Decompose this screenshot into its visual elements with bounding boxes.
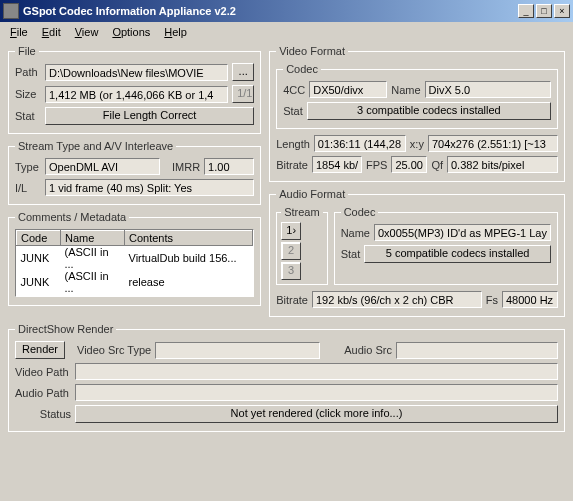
qf-value: 0.382 bits/pixel: [447, 156, 558, 173]
apath-label: Audio Path: [15, 387, 71, 399]
render-group: DirectShow Render Render Video Src Type …: [8, 323, 565, 432]
vsrc-type-value: [155, 342, 320, 359]
ratio-button: 1/1: [232, 85, 254, 103]
vstat-value[interactable]: 3 compatible codecs installed: [307, 102, 551, 120]
il-label: I/L: [15, 182, 41, 194]
stream-1-button[interactable]: 1›: [281, 222, 301, 240]
file-stat-value[interactable]: File Length Correct: [45, 107, 254, 125]
abitrate-value: 192 kb/s (96/ch x 2 ch) CBR: [312, 291, 482, 308]
audio-codec-legend: Codec: [341, 206, 379, 218]
aname-label: Name: [341, 227, 370, 239]
il-value: 1 vid frame (40 ms) Split: Yes: [45, 179, 254, 196]
video-legend: Video Format: [276, 45, 348, 57]
vname-label: Name: [391, 84, 420, 96]
close-button[interactable]: ×: [554, 4, 570, 18]
col-code[interactable]: Code: [17, 231, 61, 246]
menu-options[interactable]: Options: [106, 24, 156, 40]
astat-value[interactable]: 5 compatible codecs installed: [364, 245, 551, 263]
xy-value: 704x276 (2.551:1) [~13: [428, 135, 558, 152]
vname-value: DivX 5.0: [425, 81, 551, 98]
video-codec-legend: Codec: [283, 63, 321, 75]
render-legend: DirectShow Render: [15, 323, 116, 335]
audio-group: Audio Format Stream 1› 2 3 Codec Name: [269, 188, 565, 317]
file-legend: File: [15, 45, 39, 57]
apath-value: [75, 384, 558, 401]
stream-group: Stream Type and A/V Interleave Type Open…: [8, 140, 261, 205]
abitrate-label: Bitrate: [276, 294, 308, 306]
vbitrate-value: 1854 kb/: [312, 156, 362, 173]
comments-table[interactable]: Code Name Contents JUNK (ASCII in ... Vi…: [15, 229, 254, 297]
path-label: Path: [15, 66, 41, 78]
qf-label: Qf: [431, 159, 443, 171]
audio-stream-legend: Stream: [281, 206, 322, 218]
vpath-value: [75, 363, 558, 380]
fps-value: 25.00: [391, 156, 427, 173]
status-label: Status: [15, 408, 71, 420]
imrr-value: 1.00: [204, 158, 254, 175]
type-value: OpenDML AVI: [45, 158, 160, 175]
imrr-label: IMRR: [172, 161, 200, 173]
menu-file[interactable]: File: [4, 24, 34, 40]
fs-value: 48000 Hz: [502, 291, 558, 308]
menubar: File Edit View Options Help: [0, 22, 573, 41]
vbitrate-label: Bitrate: [276, 159, 308, 171]
size-value: 1,412 MB (or 1,446,066 KB or 1,4: [45, 86, 228, 103]
stream-2-button: 2: [281, 242, 301, 260]
col-name[interactable]: Name: [61, 231, 125, 246]
fourcc-label: 4CC: [283, 84, 305, 96]
video-group: Video Format Codec 4CC DX50/divx Name Di…: [269, 45, 565, 182]
audio-stream-group: Stream 1› 2 3: [276, 206, 327, 285]
render-button[interactable]: Render: [15, 341, 65, 359]
type-label: Type: [15, 161, 41, 173]
asrc-label: Audio Src: [344, 344, 392, 356]
length-value: 01:36:11 (144,28: [314, 135, 406, 152]
file-group: File Path D:\Downloads\New files\MOVIE .…: [8, 45, 261, 134]
app-icon: [3, 3, 19, 19]
length-label: Length: [276, 138, 310, 150]
aname-value: 0x0055(MP3) ID'd as MPEG-1 Lay: [374, 224, 551, 241]
fourcc-value: DX50/divx: [309, 81, 387, 98]
file-stat-label: Stat: [15, 110, 41, 122]
fps-label: FPS: [366, 159, 387, 171]
video-codec-group: Codec 4CC DX50/divx Name DivX 5.0 Stat 3…: [276, 63, 558, 129]
xy-label: x:y: [410, 138, 424, 150]
comments-group: Comments / Metadata Code Name Contents J…: [8, 211, 261, 306]
col-contents[interactable]: Contents: [125, 231, 253, 246]
titlebar: GSpot Codec Information Appliance v2.2 _…: [0, 0, 573, 22]
path-value[interactable]: D:\Downloads\New files\MOVIE: [45, 64, 228, 81]
asrc-value: [396, 342, 558, 359]
stream-legend: Stream Type and A/V Interleave: [15, 140, 176, 152]
status-value[interactable]: Not yet rendered (click more info...): [75, 405, 558, 423]
fs-label: Fs: [486, 294, 498, 306]
vstat-label: Stat: [283, 105, 303, 117]
table-row[interactable]: JUNK (ASCII in ... release: [17, 270, 253, 294]
menu-edit[interactable]: Edit: [36, 24, 67, 40]
menu-help[interactable]: Help: [158, 24, 193, 40]
audio-legend: Audio Format: [276, 188, 348, 200]
minimize-button[interactable]: _: [518, 4, 534, 18]
comments-legend: Comments / Metadata: [15, 211, 129, 223]
vpath-label: Video Path: [15, 366, 71, 378]
maximize-button[interactable]: □: [536, 4, 552, 18]
astat-label: Stat: [341, 248, 361, 260]
table-row[interactable]: JUNK (ASCII in ... VirtualDub build 156.…: [17, 246, 253, 271]
vsrc-type-label: Video Src Type: [77, 344, 151, 356]
stream-3-button: 3: [281, 262, 301, 280]
menu-view[interactable]: View: [69, 24, 105, 40]
audio-codec-group: Codec Name 0x0055(MP3) ID'd as MPEG-1 La…: [334, 206, 558, 285]
size-label: Size: [15, 88, 41, 100]
browse-button[interactable]: ...: [232, 63, 254, 81]
window-title: GSpot Codec Information Appliance v2.2: [23, 5, 516, 17]
